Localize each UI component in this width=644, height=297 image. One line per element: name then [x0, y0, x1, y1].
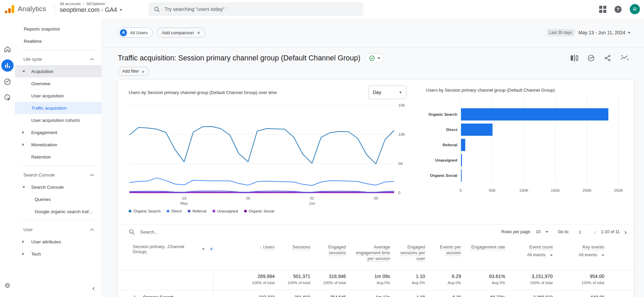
sidebar-section-life-cycle[interactable]: Life cycle — [15, 53, 102, 65]
column-header-sessions[interactable]: Sessions — [275, 244, 310, 250]
sidebar-item-tech[interactable]: Tech — [15, 248, 102, 260]
table-search[interactable] — [129, 229, 501, 235]
sidebar-item-acquisition[interactable]: Acquisition — [15, 65, 102, 77]
property-selector[interactable]: seoptimer.com - GA4 — [60, 6, 122, 14]
expander-down-icon[interactable] — [22, 71, 25, 72]
comparison-label: All Users — [130, 30, 148, 35]
advertising-icon[interactable] — [3, 93, 12, 101]
legend-item-direct[interactable]: Direct — [167, 209, 182, 213]
sidebar-item-label: User attributes — [31, 239, 61, 244]
share-icon[interactable] — [604, 54, 611, 62]
sidebar-item-queries[interactable]: Queries — [15, 193, 102, 205]
analytics-logo-icon[interactable] — [5, 5, 14, 14]
expander-down-icon[interactable] — [22, 186, 25, 188]
granularity-select[interactable]: Day — [368, 86, 406, 99]
global-search-input[interactable] — [165, 6, 358, 12]
avatar[interactable]: R — [630, 4, 640, 14]
sidebar-item-monetization[interactable]: Monetization — [15, 138, 102, 151]
bar-direct — [461, 124, 493, 136]
sidebar-item-reports-snapshot[interactable]: Reports snapshot — [15, 23, 102, 35]
explore-icon[interactable] — [3, 78, 12, 86]
sidebar-item-retention[interactable]: Retention — [15, 151, 102, 163]
add-comparison-button[interactable]: Add comparison + — [157, 27, 205, 38]
sidebar-item-google-organic-search-traf[interactable]: Google organic search traf... — [15, 205, 102, 218]
check-circle-icon — [369, 55, 375, 61]
bar-referral — [461, 139, 465, 151]
add-dimension-icon[interactable]: + — [209, 245, 213, 253]
column-header-event-count[interactable]: Event countAll events — [505, 244, 553, 258]
sidebar-section-search-console[interactable]: Search Console — [15, 169, 102, 181]
sidebar-item-user-acquisition[interactable]: User acquisition — [15, 90, 102, 102]
sidebar-item-user-attributes[interactable]: User attributes — [15, 236, 102, 248]
table-row[interactable]: 1Organic Search233,333381,683254,6451m 1… — [117, 290, 634, 297]
cell-value: 233,333 — [214, 295, 275, 297]
column-header-key-events[interactable]: Key eventsAll events — [553, 244, 604, 258]
expander-right-icon[interactable] — [22, 143, 24, 146]
rows-per-page-select[interactable]: 10 — [536, 229, 548, 234]
svg-text:19: 19 — [182, 196, 186, 200]
sidebar-item-engagement[interactable]: Engagement — [15, 126, 102, 138]
next-page-icon[interactable]: › — [624, 228, 627, 236]
data-quality-badge[interactable] — [365, 53, 384, 63]
global-search[interactable] — [148, 2, 363, 16]
add-comparison-label: Add comparison — [162, 30, 194, 35]
totals-spacer — [129, 274, 214, 290]
sidebar-item-traffic-acquisition[interactable]: Traffic acquisition — [15, 102, 102, 114]
previous-page-icon[interactable]: ‹ — [594, 228, 596, 236]
users-over-time-line-chart[interactable]: 15K10K5K019May2602Jun09 — [129, 100, 408, 206]
collapse-sidebar-icon[interactable]: ‹ — [92, 285, 95, 292]
legend-item-referral[interactable]: Referral — [188, 209, 206, 213]
settings-gear-icon[interactable]: ⚙ — [4, 281, 11, 290]
insights-circle-icon[interactable] — [587, 54, 595, 62]
column-label: Engagement rate — [471, 244, 505, 249]
chart-legend: Organic SearchDirectReferralUnassignedOr… — [129, 209, 406, 213]
column-subfilter[interactable]: All events — [510, 252, 553, 258]
sidebar-item-search-console[interactable]: Search Console — [15, 181, 102, 193]
expander-right-icon[interactable] — [22, 253, 24, 255]
legend-item-organic-search[interactable]: Organic Search — [129, 209, 161, 213]
sidebar-section-user[interactable]: User — [15, 223, 102, 236]
totals-value: 954.00100% of total — [553, 274, 604, 290]
expander-right-icon[interactable] — [22, 131, 24, 134]
breadcrumb[interactable]: All accounts › SEOptimer — [60, 2, 122, 6]
sidebar-item-realtime[interactable]: Realtime — [15, 35, 102, 47]
reports-icon[interactable] — [1, 59, 14, 72]
date-range-picker[interactable]: Last 30 days May 13 - Jun 11, 2024 — [547, 29, 630, 36]
expander-right-icon[interactable] — [22, 240, 24, 243]
sidebar-item-label: User acquisition — [31, 93, 64, 98]
column-header-events-per-session[interactable]: Events per session — [425, 244, 461, 256]
legend-label: Organic Search — [133, 209, 161, 213]
sidebar-item-label: Monetization — [31, 142, 57, 147]
rows-per-page-value: 10 — [536, 229, 540, 234]
sidebar-item-overview[interactable]: Overview — [15, 77, 102, 90]
users-by-channel-bar-chart[interactable]: 050K100K150K200K250KOrganic SearchDirect… — [425, 94, 627, 197]
all-users-comparison-chip[interactable]: A All Users — [118, 27, 153, 38]
totals-subtext: 100% of total — [505, 281, 553, 285]
charts-section: Users by Session primary channel group (… — [117, 79, 634, 224]
home-icon[interactable] — [3, 45, 12, 53]
bar-organic-social — [461, 169, 462, 182]
legend-item-organic-social[interactable]: Organic Social — [244, 209, 274, 213]
report-title-row: Traffic acquisition: Session primary cha… — [102, 51, 644, 65]
breadcrumb-all-accounts[interactable]: All accounts — [60, 2, 81, 6]
column-header-engaged-sessions[interactable]: Engaged sessions — [310, 244, 346, 256]
sidebar-item-user-acquisition-cohorts[interactable]: User acquisition cohorts — [15, 114, 102, 126]
column-header-average-engagement-time-per-session[interactable]: Average engagement time per session — [346, 244, 390, 261]
breadcrumb-account[interactable]: SEOptimer — [86, 2, 105, 6]
reports-sidebar: Reports snapshotRealtimeLife cycleAcquis… — [15, 18, 102, 297]
legend-dot-icon — [244, 210, 247, 212]
apps-grid-icon[interactable] — [599, 6, 606, 13]
dimension-column-header[interactable]: Session primary...Channel Group) + — [129, 244, 214, 254]
add-filter-button[interactable]: Add filter + — [118, 67, 149, 76]
legend-item-unassigned[interactable]: Unassigned — [213, 209, 238, 213]
column-header-users[interactable]: ↓Users — [214, 244, 275, 250]
column-header-engaged-sessions-per-user[interactable]: Engaged sessions per user — [390, 244, 425, 261]
row-index: 1 — [129, 295, 143, 297]
help-icon[interactable]: ? — [614, 6, 622, 13]
column-subfilter[interactable]: All events — [557, 252, 604, 258]
column-header-engagement-rate[interactable]: Engagement rate — [461, 244, 505, 250]
goto-page-input[interactable] — [575, 229, 585, 235]
edit-comparisons-icon[interactable] — [571, 55, 578, 62]
table-search-input[interactable] — [140, 229, 242, 235]
insights-sparkle-icon[interactable] — [620, 54, 629, 62]
